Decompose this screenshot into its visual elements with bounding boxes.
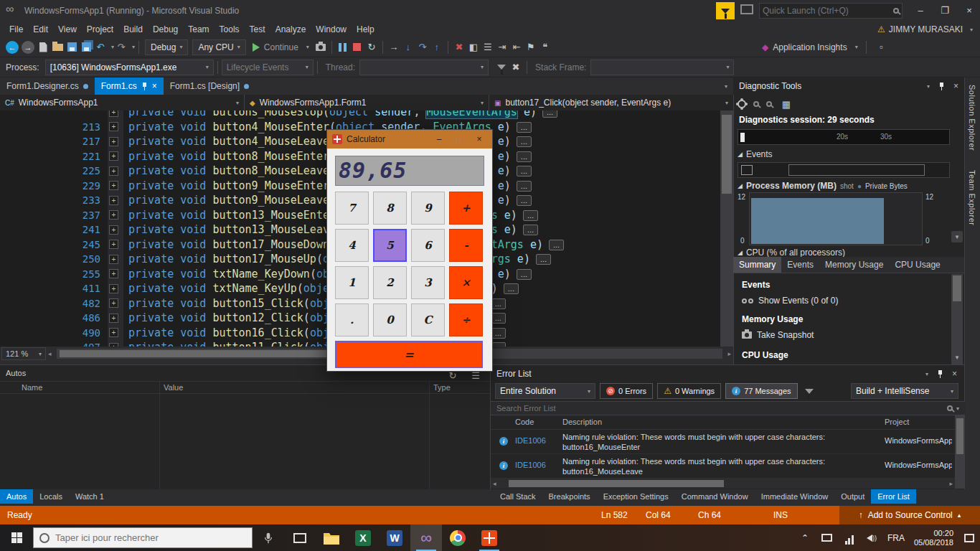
windows-layout-icon[interactable]: ◧ <box>466 40 481 55</box>
collapsed-region[interactable]: ... <box>517 122 532 133</box>
calc-button-1[interactable]: 1 <box>335 266 369 299</box>
scroll-left-icon[interactable]: ◂ <box>491 480 499 487</box>
calc-button-÷[interactable]: ÷ <box>449 303 483 336</box>
maximize-button[interactable]: □ <box>451 134 467 144</box>
bottom-tab-breakpoints[interactable]: Breakpoints <box>542 489 597 504</box>
continue-button[interactable]: Continue ▾ <box>253 42 309 52</box>
close-icon[interactable]: × <box>952 369 957 379</box>
fold-toggle-icon[interactable]: + <box>109 151 118 161</box>
events-section-header[interactable]: ◢Events <box>738 149 950 159</box>
new-file-icon[interactable] <box>36 40 50 55</box>
settings-gear-icon[interactable] <box>738 100 746 108</box>
filter-icon[interactable] <box>802 384 816 398</box>
collapsed-region[interactable]: ... <box>517 151 532 162</box>
restart-icon[interactable]: ↻ <box>364 40 379 55</box>
error-list-search-box[interactable]: ▾ <box>491 401 965 415</box>
taskbar-search-input[interactable] <box>55 532 246 543</box>
share-screen-icon[interactable] <box>740 4 753 14</box>
collapsed-region[interactable]: ... <box>517 195 532 206</box>
scope-dropdown[interactable]: Entire Solution▾ <box>495 383 595 399</box>
collapsed-region[interactable]: ... <box>517 269 532 280</box>
solution-config-dropdown[interactable]: Debug▾ <box>145 39 188 55</box>
undo-icon[interactable]: ↶ <box>93 40 108 55</box>
error-column-description[interactable]: Description <box>562 418 602 426</box>
error-code[interactable]: IDE1006 <box>515 436 546 445</box>
collapsed-region[interactable]: ... <box>517 166 532 176</box>
bottom-tab-command-window[interactable]: Command Window <box>675 489 755 504</box>
process-memory-chart[interactable] <box>749 192 923 245</box>
menu-item-window[interactable]: Window <box>311 23 352 36</box>
diag-tab-memory-usage[interactable]: Memory Usage <box>819 257 889 273</box>
word-button[interactable]: W <box>379 524 410 551</box>
memory-section-header[interactable]: ◢ Process Memory (MB) shot ● Private Byt… <box>738 181 950 191</box>
menu-item-file[interactable]: File <box>4 23 28 36</box>
pin-icon[interactable] <box>141 83 148 90</box>
fold-toggle-icon[interactable]: + <box>109 137 118 146</box>
add-to-source-control-button[interactable]: ↑ Add to Source Control ▴ <box>839 506 980 524</box>
menu-item-tools[interactable]: Tools <box>215 23 245 36</box>
fold-toggle-icon[interactable]: + <box>109 269 118 278</box>
error-search-input[interactable] <box>496 404 947 413</box>
calc-button-+[interactable]: + <box>449 192 483 225</box>
tab-list-chevron-icon[interactable]: ▾ <box>725 83 727 90</box>
events-swimlane[interactable] <box>738 162 950 178</box>
pause-icon[interactable] <box>336 40 350 55</box>
events-selection-box[interactable] <box>741 165 753 175</box>
provider-dropdown[interactable]: Build + IntelliSense▾ <box>851 383 958 399</box>
step-out-icon[interactable]: ↑ <box>430 40 444 55</box>
fold-toggle-icon[interactable]: + <box>109 240 118 249</box>
diag-tab-events[interactable]: Events <box>781 257 819 273</box>
zoom-in-icon[interactable] <box>753 101 759 107</box>
collapsed-region[interactable]: ... <box>549 240 564 250</box>
calc-button-×[interactable]: × <box>449 266 483 299</box>
fold-toggle-icon[interactable]: + <box>109 314 118 323</box>
collapsed-region[interactable]: ... <box>542 110 557 118</box>
menu-item-edit[interactable]: Edit <box>28 23 53 36</box>
error-column-project[interactable]: Project <box>885 418 909 426</box>
redo-icon[interactable]: ↷ <box>114 40 128 55</box>
scrollbar-thumb[interactable] <box>722 115 732 194</box>
fold-toggle-icon[interactable]: + <box>109 255 118 264</box>
save-icon[interactable] <box>65 40 79 55</box>
scrollbar-thumb[interactable] <box>60 350 339 357</box>
collapsed-region[interactable]: ... <box>523 225 538 235</box>
type-dropdown[interactable]: ◆ WindowsFormsApp1.Form1▾ <box>245 95 489 110</box>
bottom-tab-call-stack[interactable]: Call Stack <box>494 489 542 504</box>
hidden-icons-chevron[interactable]: ⌃ <box>798 532 811 545</box>
start-button[interactable] <box>0 524 33 551</box>
step-into-icon[interactable]: ↓ <box>401 40 415 55</box>
save-all-icon[interactable] <box>79 40 93 55</box>
calc-button-5[interactable]: 5 <box>373 229 407 262</box>
stop-icon[interactable] <box>350 40 364 55</box>
zoom-level-dropdown[interactable]: 121 %▾ <box>1 347 46 360</box>
diag-tab-cpu-usage[interactable]: CPU Usage <box>889 257 946 273</box>
stack-frame-dropdown[interactable]: ▾ <box>590 60 734 75</box>
quick-launch-input[interactable] <box>763 6 893 16</box>
process-dropdown[interactable]: [10636] WindowsFormsApp1.exe▾ <box>45 60 214 75</box>
errors-filter-button[interactable]: ⊘0 Errors <box>600 383 653 399</box>
menu-item-analyze[interactable]: Analyze <box>270 23 311 36</box>
chevron-down-icon[interactable]: ▾ <box>956 405 959 412</box>
bookmark-icon[interactable]: ⚑ <box>524 40 538 55</box>
tab-form1-cs-design-[interactable]: Form1.cs [Design] <box>164 77 255 95</box>
error-list-row[interactable]: iIDE1006Naming rule violation: These wor… <box>491 430 955 454</box>
close-button[interactable]: × <box>471 134 487 144</box>
fold-toggle-icon[interactable]: + <box>109 210 118 220</box>
diagnostic-tools-header[interactable]: Diagnostic Tools ▾ × <box>733 77 964 95</box>
events-viewport-box[interactable] <box>788 164 925 176</box>
redo-dropdown-icon[interactable]: ▾ <box>132 44 135 50</box>
quick-launch-box[interactable] <box>759 3 903 19</box>
calc-button-C[interactable]: C <box>411 303 445 336</box>
calculator-app-button[interactable] <box>473 524 505 551</box>
error-list-row[interactable]: iIDE1006Naming rule violation: These wor… <box>491 454 955 479</box>
lifecycle-events-dropdown[interactable]: Lifecycle Events▾ <box>222 60 314 75</box>
collapsed-region[interactable]: ... <box>536 254 551 265</box>
calc-button-3[interactable]: 3 <box>411 266 445 299</box>
show-next-statement-icon[interactable]: → <box>387 40 401 55</box>
fold-toggle-icon[interactable]: + <box>109 196 118 205</box>
bottom-tab-output[interactable]: Output <box>834 489 871 504</box>
outdent-icon[interactable]: ⇤ <box>509 40 524 55</box>
menu-item-build[interactable]: Build <box>118 23 148 36</box>
window-position-icon[interactable]: ▾ <box>927 83 930 90</box>
show-events-link[interactable]: Show Events (0 of 0) <box>742 296 838 306</box>
